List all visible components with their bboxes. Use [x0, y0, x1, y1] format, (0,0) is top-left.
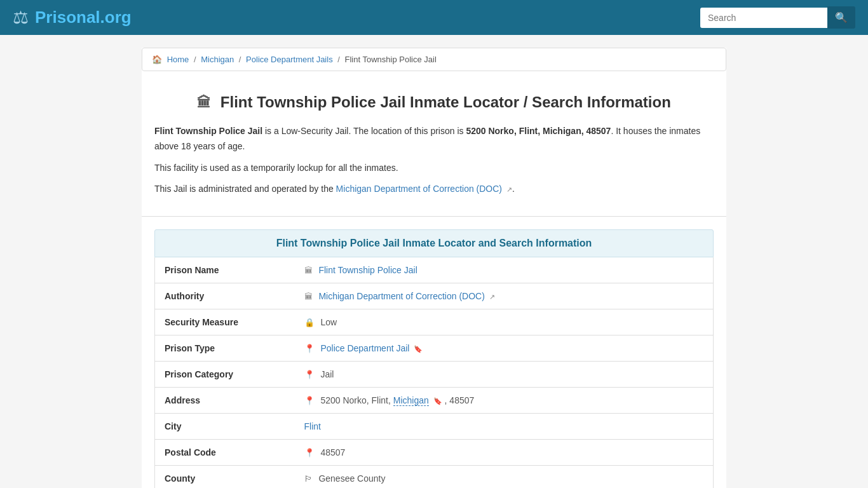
- postal-icon: 📍: [304, 448, 315, 458]
- label-prison-type: Prison Type: [155, 336, 295, 362]
- table-row: Authority 🏛 Michigan Department of Corre…: [155, 283, 714, 309]
- value-prison-name: 🏛 Flint Township Police Jail: [295, 257, 714, 283]
- value-prison-category: 📍 Jail: [295, 362, 714, 388]
- prison-cat-icon: 📍: [304, 370, 315, 379]
- prison-type-tag-icon: 🔖: [414, 345, 423, 353]
- logo-plain: Prisonal: [35, 8, 100, 27]
- page-title: 🏛 Flint Township Police Jail Inmate Loca…: [154, 93, 714, 111]
- label-prison-name: Prison Name: [155, 257, 295, 283]
- page-title-area: 🏛 Flint Township Police Jail Inmate Loca…: [142, 84, 726, 118]
- breadcrumb-sep-2: /: [239, 55, 241, 64]
- logo-text: Prisonal.org: [35, 8, 132, 27]
- table-row: City Flint: [155, 414, 714, 440]
- label-authority: Authority: [155, 283, 295, 309]
- table-row: Postal Code 📍 48507: [155, 440, 714, 466]
- search-area: 🔍: [700, 6, 855, 29]
- value-county: 🏳 Genesee County: [295, 466, 714, 488]
- county-value: Genesee County: [318, 473, 385, 484]
- county-icon: 🏳: [304, 474, 313, 484]
- table-row: Address 📍 5200 Norko, Flint, Michigan 🔖 …: [155, 388, 714, 414]
- address-bold: 5200 Norko, Flint, Michigan, 48507: [466, 126, 611, 136]
- security-value: Low: [320, 317, 337, 327]
- desc-line3-end: .: [512, 184, 515, 194]
- table-row: County 🏳 Genesee County: [155, 466, 714, 488]
- info-section: Flint Township Police Jail Inmate Locato…: [142, 217, 726, 488]
- table-row: Prison Type 📍 Police Department Jail 🔖: [155, 336, 714, 362]
- breadcrumb: 🏠 Home / Michigan / Police Department Ja…: [142, 48, 726, 71]
- table-row: Prison Name 🏛 Flint Township Police Jail: [155, 257, 714, 283]
- address-state-link[interactable]: Michigan: [393, 395, 429, 406]
- desc-line1-rest: is a Low-Security Jail. The location of …: [262, 126, 466, 136]
- external-icon-desc: ↗: [506, 186, 512, 193]
- search-button[interactable]: 🔍: [827, 6, 855, 29]
- value-address: 📍 5200 Norko, Flint, Michigan 🔖 , 48507: [295, 388, 714, 414]
- address-zip: , 48507: [445, 395, 475, 405]
- address-icon: 📍: [304, 396, 315, 405]
- label-city: City: [155, 414, 295, 440]
- prison-type-icon: 📍: [304, 344, 315, 353]
- prison-name-bold: Flint Township Police Jail: [154, 126, 262, 136]
- prison-category-value: Jail: [320, 369, 334, 379]
- logo-area: ⚖ Prisonal.org: [13, 7, 132, 28]
- table-row: Prison Category 📍 Jail: [155, 362, 714, 388]
- security-icon: 🔒: [304, 318, 315, 327]
- value-prison-type: 📍 Police Department Jail 🔖: [295, 336, 714, 362]
- authority-icon: 🏛: [304, 292, 313, 301]
- logo-icon: ⚖: [13, 7, 29, 28]
- main-content: 🏠 Home / Michigan / Police Department Ja…: [142, 48, 726, 488]
- breadcrumb-home[interactable]: Home: [167, 55, 189, 64]
- city-link[interactable]: Flint: [304, 421, 321, 431]
- label-security: Security Measure: [155, 309, 295, 336]
- breadcrumb-current: Flint Township Police Jail: [345, 55, 437, 64]
- address-plain: 5200 Norko, Flint,: [320, 395, 393, 405]
- prison-name-icon: 🏛: [304, 266, 313, 275]
- prison-type-link[interactable]: Police Department Jail: [320, 343, 409, 353]
- breadcrumb-sep-3: /: [337, 55, 340, 64]
- breadcrumb-police-dept-jails[interactable]: Police Department Jails: [246, 55, 333, 64]
- desc-para-1: Flint Township Police Jail is a Low-Secu…: [154, 124, 714, 154]
- info-table: Prison Name 🏛 Flint Township Police Jail…: [154, 257, 714, 488]
- search-input[interactable]: [700, 8, 827, 28]
- external-icon-authority: ↗: [489, 293, 495, 301]
- home-icon: 🏠: [152, 55, 162, 64]
- value-postal-code: 📍 48507: [295, 440, 714, 466]
- prison-title-icon: 🏛: [197, 95, 211, 111]
- table-row: Security Measure 🔒 Low: [155, 309, 714, 336]
- label-address: Address: [155, 388, 295, 414]
- info-table-title: Flint Township Police Jail Inmate Locato…: [154, 229, 714, 257]
- label-postal-code: Postal Code: [155, 440, 295, 466]
- label-county: County: [155, 466, 295, 488]
- header: ⚖ Prisonal.org 🔍: [0, 0, 868, 35]
- value-city: Flint: [295, 414, 714, 440]
- breadcrumb-michigan[interactable]: Michigan: [201, 55, 234, 64]
- value-authority: 🏛 Michigan Department of Correction (DOC…: [295, 283, 714, 309]
- desc-para-3: This Jail is administrated and operated …: [154, 182, 714, 197]
- logo-accent: .org: [100, 8, 132, 27]
- desc-para-2: This facility is used as a temporarily l…: [154, 161, 714, 176]
- prison-name-link[interactable]: Flint Township Police Jail: [318, 265, 417, 275]
- description-section: Flint Township Police Jail is a Low-Secu…: [142, 118, 726, 217]
- desc-line3-start: This Jail is administrated and operated …: [154, 184, 336, 194]
- value-security: 🔒 Low: [295, 309, 714, 336]
- postal-code-value: 48507: [320, 447, 345, 458]
- authority-link[interactable]: Michigan Department of Correction (DOC): [318, 291, 484, 301]
- doc-link-desc[interactable]: Michigan Department of Correction (DOC) …: [336, 184, 512, 194]
- label-prison-category: Prison Category: [155, 362, 295, 388]
- address-ext-icon: 🔖: [433, 397, 442, 405]
- breadcrumb-sep-1: /: [194, 55, 196, 64]
